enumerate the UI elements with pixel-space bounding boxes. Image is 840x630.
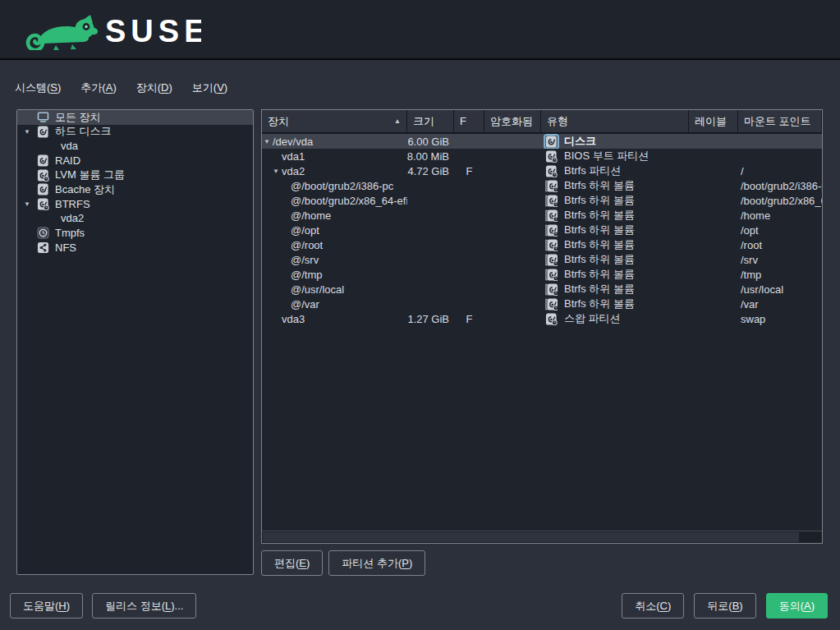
column-header-mount-point[interactable]: 마운트 포인트	[738, 110, 822, 132]
table-row-vda2[interactable]: ▼vda214.72 GiBFBtrfs 파티션/	[262, 163, 822, 178]
add-partition-button[interactable]: 파티션 추가(P)	[328, 550, 425, 576]
sidebar-item-label: 모든 장치	[55, 110, 101, 125]
cell-type: Btrfs 파티션	[541, 163, 689, 178]
cell-label	[689, 237, 738, 252]
sidebar-item-vda2[interactable]: vda2	[17, 211, 253, 226]
cell-type: Btrfs 하위 볼륨	[541, 282, 689, 297]
expander-icon[interactable]: ▼	[22, 200, 32, 208]
cell-mount-point: /boot/grub2/x86_64-efi	[738, 193, 822, 208]
table-row-subvol-tmp[interactable]: @/tmpBtrfs 하위 볼륨/tmp	[262, 267, 822, 282]
table-row-subvol-boot-grub2-x86-64-efi[interactable]: @/boot/grub2/x86_64-efiBtrfs 하위 볼륨/boot/…	[262, 193, 822, 208]
cell-size: 8.00 MiB	[407, 149, 454, 163]
cell-mount-point: /	[738, 163, 822, 178]
table-row-subvol-home[interactable]: @/homeBtrfs 하위 볼륨/home	[262, 208, 822, 223]
device-name: vda2	[282, 165, 305, 177]
help-button[interactable]: 도움말(H)	[10, 593, 83, 619]
partition-icon	[545, 150, 558, 163]
cell-size	[407, 208, 454, 223]
cell-label	[689, 297, 738, 311]
cell-device: @/home	[262, 208, 407, 223]
cancel-button[interactable]: 취소(C)	[622, 593, 684, 619]
sidebar-item-label: Tmpfs	[55, 227, 85, 239]
column-header-device[interactable]: 장치▲	[262, 110, 407, 132]
sidebar-item-hard-disks[interactable]: ▼하드 디스크	[17, 125, 253, 140]
table-row-subvol-usr-local[interactable]: @/usr/localBtrfs 하위 볼륨/usr/local	[262, 282, 822, 297]
subvolume-icon	[545, 283, 558, 296]
cell-type: Btrfs 하위 볼륨	[541, 208, 689, 223]
cell-size: 16.00 GiB	[407, 134, 454, 149]
menu-device[interactable]: 장치(D)	[136, 80, 172, 95]
cell-type: Btrfs 하위 볼륨	[541, 237, 689, 252]
sidebar-item-bcache-devices[interactable]: Bcache 장치	[17, 182, 253, 197]
cell-device: @/root	[262, 237, 407, 252]
release-notes-button[interactable]: 릴리스 정보(L)...	[92, 593, 196, 619]
cell-format	[454, 252, 484, 267]
cell-device: ▼/dev/vda	[262, 134, 407, 149]
cell-type: Btrfs 하위 볼륨	[541, 178, 689, 193]
horizontal-scrollbar[interactable]	[262, 531, 822, 543]
expander-icon[interactable]: ▼	[273, 168, 282, 175]
table-row-subvol-root[interactable]: @/rootBtrfs 하위 볼륨/root	[262, 237, 822, 252]
cell-encrypted	[484, 267, 541, 282]
edit-button[interactable]: 편집(E)	[261, 550, 323, 576]
table-actions: 편집(E)파티션 추가(P)	[261, 550, 425, 576]
cell-mount-point: /var	[738, 297, 822, 311]
column-header-size[interactable]: 크기	[407, 110, 454, 132]
subvolume-icon	[545, 180, 558, 192]
cell-encrypted	[484, 252, 541, 267]
sidebar-item-lvm-volume-groups[interactable]: LVM 볼륨 그룹	[17, 168, 253, 182]
menu-add[interactable]: 추가(A)	[80, 80, 116, 95]
cell-type: Btrfs 하위 볼륨	[541, 252, 689, 267]
table-row-subvol-boot-grub2-i386-pc[interactable]: @/boot/grub2/i386-pcBtrfs 하위 볼륨/boot/gru…	[262, 178, 822, 193]
horizontal-scrollbar-thumb[interactable]	[263, 532, 799, 542]
cell-mount-point: /usr/local	[738, 282, 822, 297]
device-name: /dev/vda	[273, 136, 313, 148]
type-label: Btrfs 하위 볼륨	[564, 223, 635, 237]
sidebar-item-vda[interactable]: vda	[17, 139, 253, 154]
device-name: @/var	[291, 298, 319, 310]
expander-icon[interactable]: ▼	[264, 138, 273, 145]
table-row-subvol-var[interactable]: @/varBtrfs 하위 볼륨/var	[262, 297, 822, 311]
table-row-vda1[interactable]: vda18.00 MiBBIOS 부트 파티션	[262, 149, 822, 163]
table-row-vda3[interactable]: vda31.27 GiBF스왑 파티션swap	[262, 311, 822, 326]
cell-device: @/opt	[262, 223, 407, 237]
cell-device: @/usr/local	[262, 282, 407, 297]
type-label: Btrfs 하위 볼륨	[564, 282, 635, 297]
column-header-type[interactable]: 유형	[541, 110, 689, 132]
column-header-format[interactable]: F	[454, 110, 484, 132]
accept-button[interactable]: 동의(A)	[766, 593, 828, 619]
cell-encrypted	[484, 282, 541, 297]
cell-format	[454, 223, 484, 237]
cell-encrypted	[484, 149, 541, 163]
table-row-subvol-opt[interactable]: @/optBtrfs 하위 볼륨/opt	[262, 223, 822, 237]
column-header-label[interactable]: 레이블	[689, 110, 738, 132]
sidebar-item-label: 하드 디스크	[55, 124, 112, 139]
cell-label	[689, 208, 738, 223]
sidebar-item-label: Bcache 장치	[55, 182, 115, 197]
cell-encrypted	[484, 237, 541, 252]
menu-system[interactable]: 시스템(S)	[15, 80, 61, 95]
disk-badge-icon	[37, 169, 49, 182]
sidebar-item-btrfs[interactable]: ▼BTRFS	[17, 197, 253, 212]
partition-icon	[545, 165, 558, 177]
sidebar-item-raid[interactable]: RAID	[17, 154, 253, 168]
cell-mount-point: /root	[738, 237, 822, 252]
column-header-encrypted[interactable]: 암호화됨	[484, 110, 541, 132]
menu-view[interactable]: 보기(V)	[192, 80, 227, 95]
sidebar-item-all-devices[interactable]: 모든 장치	[17, 110, 253, 125]
subvolume-icon	[545, 209, 558, 222]
back-button[interactable]: 뒤로(B)	[694, 593, 755, 619]
cell-format	[454, 134, 484, 149]
cell-size	[407, 267, 454, 282]
expander-icon[interactable]: ▼	[22, 128, 32, 136]
type-label: Btrfs 파티션	[564, 163, 621, 178]
cell-type: BIOS 부트 파티션	[541, 149, 689, 163]
type-label: BIOS 부트 파티션	[564, 149, 649, 163]
subvolume-icon	[545, 254, 558, 266]
sidebar-item-tmpfs[interactable]: Tmpfs	[17, 226, 253, 241]
cell-encrypted	[484, 297, 541, 311]
table-row-subvol-srv[interactable]: @/srvBtrfs 하위 볼륨/srv	[262, 252, 822, 267]
sidebar-item-nfs[interactable]: NFS	[17, 240, 253, 255]
table-row-dev-vda[interactable]: ▼/dev/vda16.00 GiB디스크	[262, 134, 822, 149]
type-label: Btrfs 하위 볼륨	[564, 297, 635, 311]
